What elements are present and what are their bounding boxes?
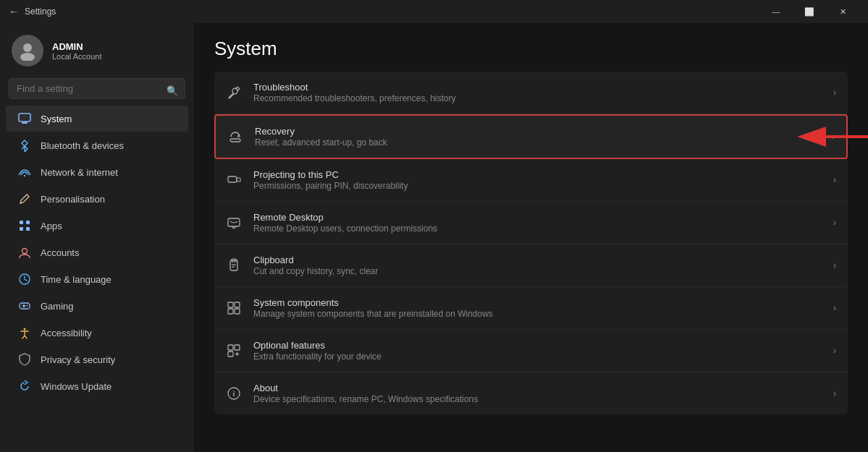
apps-nav-icon xyxy=(17,218,32,233)
remote-chevron: › xyxy=(833,218,836,228)
optional-chevron: › xyxy=(833,346,836,356)
sidebar-item-update[interactable]: Windows Update xyxy=(6,373,188,399)
svg-point-12 xyxy=(24,328,26,331)
search-input[interactable] xyxy=(9,78,185,99)
minimize-button[interactable]: — xyxy=(759,0,793,23)
privacy-nav-icon xyxy=(17,352,32,367)
settings-item-troubleshoot[interactable]: Troubleshoot Recommended troubleshooters… xyxy=(214,72,848,114)
user-name: ADMIN xyxy=(52,41,102,52)
optional-title: Optional features xyxy=(253,340,822,351)
maximize-button[interactable]: ⬜ xyxy=(793,0,826,23)
sidebar-item-bluetooth[interactable]: Bluetooth & devices xyxy=(6,132,188,158)
sidebar-item-label-accounts: Accounts xyxy=(41,247,79,258)
sidebar-item-system[interactable]: System xyxy=(6,106,188,132)
back-icon[interactable]: ← xyxy=(9,6,19,17)
settings-item-remote[interactable]: Remote Desktop Remote Desktop users, con… xyxy=(214,202,848,244)
settings-list: Troubleshoot Recommended troubleshooters… xyxy=(214,72,848,414)
nav-list: System Bluetooth & devices Network & int… xyxy=(0,105,194,400)
recovery-icon xyxy=(227,129,243,145)
svg-rect-8 xyxy=(26,227,30,231)
sidebar-item-label-gaming: Gaming xyxy=(41,301,74,312)
bluetooth-nav-icon xyxy=(17,138,32,153)
sidebar: ADMIN Local Account 🔍 System Bluetooth &… xyxy=(0,23,194,452)
update-nav-icon xyxy=(17,379,32,393)
clipboard-icon xyxy=(226,257,242,273)
accounts-nav-icon xyxy=(17,245,32,260)
settings-item-projecting[interactable]: Projecting to this PC Permissions, pairi… xyxy=(214,159,848,202)
svg-point-32 xyxy=(233,391,235,392)
settings-item-optional[interactable]: Optional features Extra functionality fo… xyxy=(214,330,848,372)
about-icon xyxy=(226,385,242,401)
titlebar-controls: — ⬜ ✕ xyxy=(759,0,859,23)
recovery-chevron: › xyxy=(832,132,835,142)
sidebar-item-label-time: Time & language xyxy=(41,274,111,285)
svg-point-0 xyxy=(23,43,32,52)
system-components-text: System components Manage system componen… xyxy=(253,297,822,319)
svg-point-4 xyxy=(24,175,25,176)
recovery-text: Recovery Reset, advanced start-up, go ba… xyxy=(255,126,820,148)
sidebar-item-accounts[interactable]: Accounts xyxy=(6,239,188,265)
sidebar-item-label-network: Network & internet xyxy=(41,167,118,178)
network-nav-icon xyxy=(17,165,32,179)
system-components-icon xyxy=(226,300,242,316)
clipboard-title: Clipboard xyxy=(253,255,822,265)
svg-rect-25 xyxy=(228,345,233,350)
sidebar-item-network[interactable]: Network & internet xyxy=(6,159,188,185)
titlebar-title: Settings xyxy=(25,7,56,17)
svg-rect-2 xyxy=(19,114,30,121)
remote-text: Remote Desktop Remote Desktop users, con… xyxy=(253,212,822,234)
remote-title: Remote Desktop xyxy=(253,212,822,223)
sidebar-item-accessibility[interactable]: Accessibility xyxy=(6,320,188,346)
user-profile[interactable]: ADMIN Local Account xyxy=(0,23,194,75)
settings-item-about[interactable]: About Device specifications, rename PC, … xyxy=(214,372,848,414)
search-container: 🔍 xyxy=(0,75,194,105)
sidebar-item-label-bluetooth: Bluetooth & devices xyxy=(41,140,124,151)
sidebar-item-personalisation[interactable]: Personalisation xyxy=(6,186,188,212)
content-area: System Troubleshoot Recommended troubles… xyxy=(194,23,868,452)
sidebar-item-label-update: Windows Update xyxy=(41,381,111,392)
svg-rect-27 xyxy=(228,351,233,357)
page-title: System xyxy=(214,38,848,60)
clipboard-desc: Cut and copy history, sync, clear xyxy=(253,266,822,276)
close-button[interactable]: ✕ xyxy=(826,0,859,23)
accessibility-nav-icon xyxy=(17,325,32,340)
svg-point-1 xyxy=(20,53,35,61)
settings-item-recovery[interactable]: Recovery Reset, advanced start-up, go ba… xyxy=(214,114,848,159)
about-text: About Device specifications, rename PC, … xyxy=(253,383,822,404)
troubleshoot-text: Troubleshoot Recommended troubleshooters… xyxy=(253,82,822,103)
system-components-title: System components xyxy=(253,297,822,308)
user-type: Local Account xyxy=(52,52,102,61)
projecting-chevron: › xyxy=(833,175,836,185)
user-info: ADMIN Local Account xyxy=(52,41,102,61)
troubleshoot-desc: Recommended troubleshooters, preferences… xyxy=(253,93,822,103)
gaming-nav-icon xyxy=(17,299,32,313)
settings-item-system-components[interactable]: System components Manage system componen… xyxy=(214,287,848,330)
svg-rect-26 xyxy=(235,345,240,350)
clipboard-text: Clipboard Cut and copy history, sync, cl… xyxy=(253,255,822,276)
sidebar-item-label-apps: Apps xyxy=(41,221,62,231)
sidebar-item-privacy[interactable]: Privacy & security xyxy=(6,346,188,372)
svg-rect-13 xyxy=(230,139,240,142)
projecting-desc: Permissions, pairing PIN, discoverabilit… xyxy=(253,181,822,191)
sidebar-item-label-privacy: Privacy & security xyxy=(41,354,115,365)
svg-rect-7 xyxy=(20,227,23,231)
svg-point-9 xyxy=(22,249,28,254)
about-chevron: › xyxy=(833,388,836,398)
remote-desc: Remote Desktop users, connection permiss… xyxy=(253,223,822,234)
settings-item-clipboard[interactable]: Clipboard Cut and copy history, sync, cl… xyxy=(214,244,848,287)
sidebar-item-gaming[interactable]: Gaming xyxy=(6,293,188,319)
sidebar-item-label-personalisation: Personalisation xyxy=(41,194,105,205)
sidebar-item-label-system: System xyxy=(41,114,72,124)
projecting-title: Projecting to this PC xyxy=(253,169,822,180)
clipboard-chevron: › xyxy=(833,260,836,270)
main-layout: ADMIN Local Account 🔍 System Bluetooth &… xyxy=(0,23,868,452)
svg-rect-21 xyxy=(228,302,233,307)
recovery-desc: Reset, advanced start-up, go back xyxy=(255,137,820,148)
sidebar-item-apps[interactable]: Apps xyxy=(6,213,188,239)
avatar xyxy=(12,35,43,67)
troubleshoot-icon xyxy=(226,85,242,101)
sidebar-item-time[interactable]: Time & language xyxy=(6,266,188,292)
system-components-desc: Manage system components that are preins… xyxy=(253,309,822,319)
troubleshoot-chevron: › xyxy=(833,88,836,98)
about-title: About xyxy=(253,383,822,393)
